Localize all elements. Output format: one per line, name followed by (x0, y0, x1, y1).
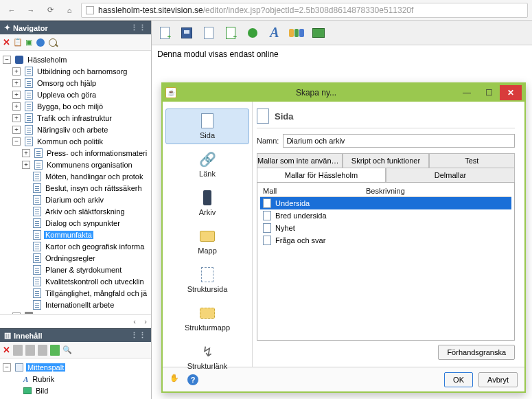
expand-toggle[interactable]: + (12, 67, 21, 76)
panel-grip-icon[interactable]: ⋮⋮ (130, 331, 147, 340)
panel-grip-icon[interactable]: ⋮⋮ (130, 23, 147, 32)
publish-icon[interactable] (245, 25, 260, 41)
text-style-icon[interactable]: A (267, 25, 282, 41)
template-name: Undersida (275, 199, 310, 207)
shield-icon[interactable]: ▣ (25, 38, 32, 47)
back-button[interactable]: ← (4, 3, 19, 18)
dialog-titlebar[interactable]: ☕ Skapa ny... — ☐ ✕ (163, 84, 524, 102)
maximize-button[interactable]: ☐ (478, 85, 500, 100)
search-icon[interactable] (49, 38, 57, 47)
globe-icon[interactable] (36, 38, 45, 47)
tree-node[interactable]: +Kommunens organisation (1, 159, 150, 170)
tree-node[interactable]: Beslut, insyn och rättssäkerh (1, 182, 150, 194)
help-icon[interactable]: ? (187, 374, 198, 385)
tab[interactable]: Mallar som inte används så ofta (257, 153, 343, 168)
scroll-left-icon[interactable]: ‹ (129, 316, 140, 327)
forward-button[interactable]: → (23, 3, 38, 18)
category-arkiv[interactable]: Arkiv (165, 185, 249, 221)
horizontal-scrollbar[interactable]: ‹ › (0, 314, 151, 328)
tab[interactable]: Delmallar (386, 168, 515, 183)
tree-node[interactable]: +Bygga, bo och miljö (1, 100, 150, 112)
tree-node[interactable]: +Trafik och infrastruktur (1, 112, 150, 124)
category-länk[interactable]: 🔗Länk (165, 147, 249, 183)
page-icon[interactable] (38, 345, 47, 356)
delete-icon[interactable]: ✕ (3, 345, 10, 355)
minimize-button[interactable]: — (456, 85, 478, 100)
category-strukturlänk[interactable]: ↯Strukturlänk (165, 339, 249, 375)
tree-node[interactable]: +Press- och informationsmateri (1, 147, 150, 159)
content-tree[interactable]: − Mittenspalt A Rubrik Bild (0, 358, 151, 399)
category-strukturmapp[interactable]: Strukturmapp (165, 301, 249, 337)
expand-toggle[interactable]: + (12, 79, 21, 87)
template-row[interactable]: Undersida (260, 197, 511, 209)
tree-node[interactable]: Möten, handlingar och protok (1, 170, 150, 182)
tab[interactable]: Skript och funktioner (343, 153, 428, 168)
tree-node[interactable]: +Näringsliv och arbete (1, 124, 150, 135)
accessibility-icon[interactable]: ✋ (170, 374, 182, 386)
delete-icon[interactable]: ✕ (3, 37, 10, 47)
clipboard-icon[interactable]: 📋 (13, 38, 23, 47)
expand-toggle[interactable]: − (3, 56, 11, 64)
page-icon[interactable] (25, 345, 35, 356)
category-mapp[interactable]: Mapp (165, 224, 249, 260)
tree-node[interactable]: Kvalitetskontroll och utvecklin (1, 275, 150, 287)
content-panel-header[interactable]: ▥ Innehåll ⋮⋮ (0, 328, 151, 342)
home-button[interactable]: ⌂ (62, 3, 77, 18)
preview-icon[interactable] (201, 25, 216, 41)
expand-toggle[interactable]: + (12, 91, 21, 99)
cancel-button[interactable]: Avbryt (478, 372, 518, 387)
image-gallery-icon[interactable] (289, 25, 304, 41)
close-button[interactable]: ✕ (500, 85, 522, 100)
tree-root[interactable]: − Hässleholm (1, 54, 150, 65)
preview-button[interactable]: Förhandsgranska (438, 345, 515, 360)
navigator-panel-header[interactable]: ✦ Navigator ⋮⋮ (0, 21, 151, 34)
tree-node[interactable]: Tillgänglighet, mångfald och jä (1, 287, 150, 299)
ok-button[interactable]: OK (444, 372, 473, 387)
tree-node[interactable]: +Uppleva och göra (1, 89, 150, 100)
tree-node[interactable]: Arkiv och släktforskning (1, 205, 150, 217)
template-row[interactable]: Nyhet (260, 222, 511, 234)
export-icon[interactable] (223, 25, 238, 41)
expand-toggle[interactable]: − (12, 137, 21, 146)
expand-toggle[interactable]: + (22, 161, 30, 169)
tree-node[interactable]: Diarium och arkiv (1, 194, 150, 205)
content-node[interactable]: A Rubrik (1, 373, 150, 385)
expand-toggle[interactable]: + (12, 114, 21, 122)
tree-node[interactable]: Internationellt arbete (1, 299, 150, 310)
address-bar[interactable]: hassleholm-test.sitevision.se/editor/ind… (81, 3, 528, 18)
name-input[interactable] (283, 134, 515, 148)
zoom-icon[interactable]: 🔍 (62, 345, 72, 354)
page-icon (33, 265, 41, 275)
save-icon[interactable] (179, 25, 194, 41)
tree-node[interactable]: Planer & styrdokument (1, 264, 150, 275)
navigator-tree[interactable]: − Hässleholm +Utbildning och barnomsorg+… (0, 51, 151, 314)
content-root[interactable]: − Mittenspalt (1, 361, 150, 373)
reload-button[interactable]: ⟳ (43, 3, 58, 18)
tree-node[interactable]: +Utbildning och barnomsorg (1, 65, 150, 77)
page-icon[interactable] (50, 345, 60, 356)
tab[interactable]: Test (429, 153, 515, 168)
tree-node[interactable]: +Omsorg och hjälp (1, 77, 150, 89)
scroll-right-icon[interactable]: › (140, 316, 151, 327)
tree-node[interactable]: Ordningsregler (1, 252, 150, 264)
tree-node-politics[interactable]: − Kommun och politik (1, 135, 150, 147)
category-struktursida[interactable]: Struktursida (165, 262, 249, 298)
tree-node[interactable]: Kartor och geografisk informa (1, 240, 150, 252)
page-icon[interactable] (13, 345, 23, 356)
expand-toggle[interactable]: − (3, 363, 11, 372)
image-icon[interactable] (311, 25, 326, 41)
node-label: Ordningsregler (44, 254, 97, 262)
expand-toggle[interactable]: + (22, 149, 30, 157)
template-row[interactable]: Fråga och svar (260, 234, 511, 247)
column-mall[interactable]: Mall (263, 187, 366, 195)
column-beskrivning[interactable]: Beskrivning (366, 187, 405, 195)
template-row[interactable]: Bred undersida (260, 209, 511, 222)
tree-node[interactable]: Dialog och synpunkter (1, 217, 150, 229)
tab[interactable]: Mallar för Hässleholm (257, 168, 386, 183)
expand-toggle[interactable]: + (12, 126, 21, 134)
content-node[interactable]: Bild (1, 385, 150, 396)
new-page-icon[interactable] (157, 25, 172, 41)
tree-node[interactable]: Kommunfakta (1, 229, 150, 240)
expand-toggle[interactable]: + (12, 102, 21, 111)
category-sida[interactable]: Sida (165, 109, 249, 144)
